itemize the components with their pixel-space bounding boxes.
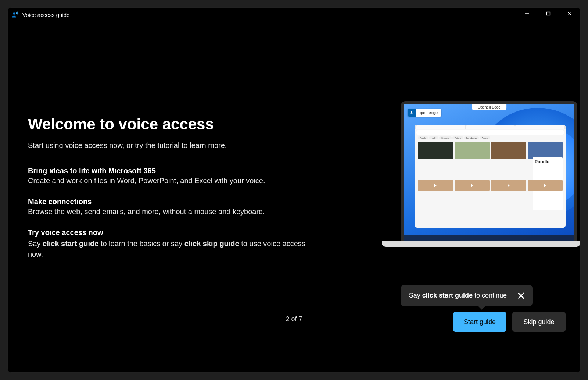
- try-command: click skip guide: [184, 239, 239, 248]
- try-text: to learn the basics or say: [98, 239, 184, 248]
- close-button[interactable]: [559, 8, 580, 19]
- laptop-screen: Opened Edge open edge PoodleHealthGroomi…: [401, 101, 577, 241]
- tooltip-close-icon[interactable]: [518, 292, 524, 299]
- skip-guide-button[interactable]: Skip guide: [512, 312, 566, 332]
- svg-rect-1: [547, 12, 550, 15]
- tooltip-text-part: to continue: [473, 292, 507, 299]
- tooltip-text-part: Say: [409, 292, 422, 299]
- text-column: Welcome to voice access Start using voic…: [28, 116, 322, 260]
- hint-tooltip: Say click start guide to continue: [401, 285, 533, 306]
- try-command: click start guide: [43, 239, 98, 248]
- minimize-button[interactable]: [516, 8, 538, 19]
- microphone-icon: [408, 109, 416, 117]
- info-card-title: Poodle: [535, 159, 560, 164]
- feature-heading: Bring ideas to life with Microsoft 365: [28, 167, 322, 175]
- feature-body: Create and work on files in Word, PowerP…: [28, 177, 322, 185]
- titlebar-left: Voice access guide: [11, 8, 69, 22]
- feature-body: Browse the web, send emails, and more, w…: [28, 207, 322, 216]
- start-guide-button[interactable]: Start guide: [453, 312, 506, 332]
- voice-command-badge: open edge: [408, 109, 441, 117]
- window-controls: [516, 8, 580, 22]
- tooltip-text: Say click start guide to continue: [409, 292, 507, 299]
- maximize-button[interactable]: [538, 8, 559, 19]
- hero-illustration: Opened Edge open edge PoodleHealthGroomi…: [382, 100, 580, 247]
- page-indicator: 2 of 7: [286, 315, 302, 323]
- laptop-base: [382, 241, 580, 247]
- page-title: Welcome to voice access: [28, 116, 322, 133]
- taskbar-mock: [404, 235, 574, 241]
- tooltip-command: click start guide: [422, 292, 473, 299]
- try-heading: Try voice access now: [28, 228, 322, 237]
- action-buttons: Start guide Skip guide: [453, 312, 566, 332]
- app-window: Voice access guide Welcome to voice acce…: [7, 7, 581, 373]
- app-title: Voice access guide: [22, 12, 69, 18]
- svg-point-0: [13, 12, 15, 14]
- voice-access-icon: [11, 11, 19, 19]
- content-area: Welcome to voice access Start using voic…: [8, 22, 580, 372]
- try-instruction: Say click start guide to learn the basic…: [28, 238, 322, 260]
- browser-mock: PoodleHealthGroomingTrainingFor adoption…: [415, 125, 566, 228]
- page-subtitle: Start using voice access now, or try the…: [28, 141, 322, 150]
- voice-command-text: open edge: [419, 110, 441, 115]
- feature-heading: Make connections: [28, 198, 322, 206]
- try-text: Say: [28, 239, 43, 248]
- opened-edge-badge: Opened Edge: [472, 104, 506, 110]
- svg-rect-2: [411, 111, 412, 113]
- titlebar: Voice access guide: [8, 8, 580, 22]
